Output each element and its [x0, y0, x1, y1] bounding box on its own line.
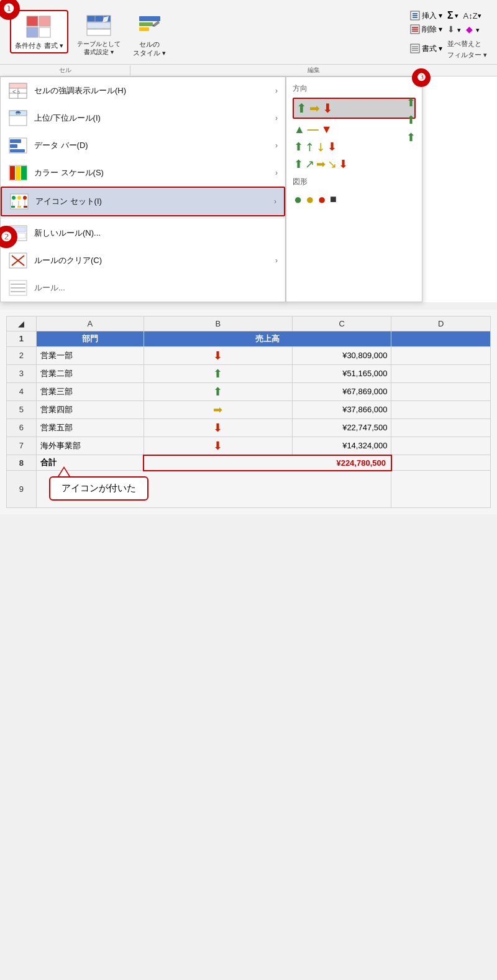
- arrow-down-icon-2: ⬇: [327, 140, 337, 154]
- circle-green-icon: ●: [294, 192, 302, 208]
- svg-rect-8: [87, 29, 111, 35]
- arrow-down-icon-3: ⬇: [339, 157, 348, 171]
- menu-item-data-bar[interactable]: データ バー(D) ›: [1, 132, 285, 159]
- cell-sales-7[interactable]: ¥14,324,000: [292, 437, 391, 455]
- minus-icon: —: [308, 123, 319, 136]
- icon-set-arrow: ›: [274, 197, 276, 206]
- callout-cell: アイコンが付いた: [36, 471, 391, 508]
- down-red-icon-2: ⬇: [213, 349, 222, 362]
- table-format-icon: [84, 12, 114, 39]
- row-num-4: 4: [7, 382, 37, 400]
- badge-3: ❸: [412, 68, 431, 87]
- cell-icon-7: ⬇: [144, 437, 292, 455]
- cell-dept-2[interactable]: 営業一部: [36, 346, 144, 364]
- cell-icon-4: ⬆: [144, 382, 292, 400]
- svg-rect-2: [27, 27, 38, 37]
- cell-dept-4[interactable]: 営業三部: [36, 382, 144, 400]
- fill-down-button[interactable]: ⬇ ▾: [447, 24, 461, 35]
- table-format-label: テーブルとして書式設定 ▾: [77, 40, 121, 56]
- arrow-down-icon-1: ⬇: [322, 101, 333, 116]
- triangle-down-icon: ▼: [321, 123, 332, 136]
- header-sales: 売上高: [144, 331, 391, 346]
- row-num-8: 8: [7, 455, 37, 471]
- menu-item-clear-rule[interactable]: ルールのクリア(C) ›: [1, 247, 285, 274]
- menu-item-cell-highlight[interactable]: < 5 セルの強調表示ルール(H) ›: [1, 77, 285, 104]
- table-row: 2 営業一部 ⬇ ¥30,809,000: [7, 346, 491, 364]
- header-dept: 部門: [36, 331, 144, 346]
- insert-label: 挿入 ▾: [422, 11, 442, 21]
- conditional-format-button[interactable]: 条件付き 書式 ▾: [10, 10, 68, 53]
- submenu-row-4[interactable]: ⬆ ↗ ➡ ↘ ⬇: [293, 155, 416, 173]
- sort-filter-button[interactable]: 並べ替えとフィルター ▾: [447, 37, 487, 60]
- clear-button[interactable]: ◆ ▾: [466, 24, 479, 35]
- top-bottom-arrow: ›: [275, 114, 278, 122]
- svg-rect-45: [10, 166, 15, 180]
- sum-button[interactable]: Σ ▾: [447, 10, 458, 21]
- submenu-shape-row[interactable]: ● ● ● ■: [293, 190, 416, 210]
- menu-item-top-bottom[interactable]: 10 上位/下位ルール(I) ›: [1, 104, 285, 132]
- cell-empty-3: [391, 364, 491, 382]
- insert-button[interactable]: 挿入 ▾: [410, 11, 442, 21]
- svg-rect-29: [9, 83, 27, 88]
- format-button[interactable]: 書式 ▾: [410, 44, 442, 54]
- svg-point-50: [17, 196, 21, 200]
- menu-item-icon-set[interactable]: アイコン セット(I) ›: [1, 187, 285, 216]
- svg-text:5: 5: [17, 90, 21, 95]
- clear-rule-label: ルールのクリア(C): [34, 255, 269, 266]
- manage-rule-label: ルール...: [34, 282, 278, 294]
- cell-sales-6[interactable]: ¥22,747,500: [292, 418, 391, 437]
- cell-icon-6: ⬇: [144, 418, 292, 437]
- section-edit-label: 編集: [130, 65, 497, 75]
- cell-dept-3[interactable]: 営業二部: [36, 364, 144, 382]
- cell-sales-5[interactable]: ¥37,866,000: [292, 400, 391, 418]
- cell-icon-3: ⬆: [144, 364, 292, 382]
- cell-sales-2[interactable]: ¥30,809,000: [292, 346, 391, 364]
- table-row: 5 営業四部 ➡ ¥37,866,000: [7, 400, 491, 418]
- data-bar-icon: [8, 137, 28, 154]
- table-format-button[interactable]: テーブルとして書式設定 ▾: [73, 10, 124, 58]
- menu-item-new-rule[interactable]: 新しいルール(N)...: [1, 220, 285, 247]
- arrow-se-icon-1: ↘: [312, 139, 329, 155]
- cell-sales-3[interactable]: ¥51,165,000: [292, 364, 391, 382]
- submenu-row-3[interactable]: ⬆ ↗ ↘ ⬇: [293, 138, 416, 155]
- callout-arrow-inner: [59, 468, 69, 476]
- down-red-icon-6: ⬇: [213, 422, 222, 434]
- svg-rect-7: [87, 22, 111, 29]
- table-row: 4 営業三部 ⬆ ¥67,869,000: [7, 382, 491, 400]
- svg-rect-57: [24, 206, 27, 208]
- icon-set-label: アイコン セット(I): [35, 196, 268, 207]
- clear-rule-arrow: ›: [275, 256, 278, 265]
- side-arrow-up-1: ⬆: [406, 96, 416, 109]
- submenu-row-2[interactable]: ▲ — ▼: [293, 121, 416, 138]
- svg-marker-14: [153, 21, 160, 27]
- cell-dept-7[interactable]: 海外事業部: [36, 437, 144, 455]
- cell-sales-4[interactable]: ¥67,869,000: [292, 382, 391, 400]
- sort-button[interactable]: A↕Z ▾: [463, 11, 481, 21]
- top-section: ❶ 条件付き 書式 ▾: [0, 0, 497, 302]
- cell-empty-8: [391, 455, 491, 471]
- cell-dept-5[interactable]: 営業四部: [36, 400, 144, 418]
- side-arrow-up-2: ⬆: [406, 113, 416, 127]
- submenu-row-1-highlighted[interactable]: ⬆ ➡ ⬇: [293, 98, 416, 119]
- cell-dept-8: 合計: [36, 455, 144, 471]
- top-bottom-icon: 10: [8, 109, 28, 127]
- arrow-up-icon-1: ⬆: [296, 101, 307, 116]
- cell-empty-4: [391, 382, 491, 400]
- arrow-up-icon-3: ⬆: [294, 157, 303, 171]
- svg-rect-42: [10, 144, 17, 148]
- table-row: 3 営業二部 ⬆ ¥51,165,000: [7, 364, 491, 382]
- direction-label: 方向: [293, 83, 416, 98]
- svg-rect-12: [139, 22, 153, 26]
- cell-empty-2: [391, 346, 491, 364]
- shape-label: 図形: [293, 173, 416, 190]
- format-label: 書式 ▾: [422, 44, 442, 54]
- cell-dept-6[interactable]: 営業五部: [36, 418, 144, 437]
- callout-box: アイコンが付いた: [49, 476, 148, 501]
- cell-icon-5: ➡: [144, 400, 292, 418]
- menu-item-manage-rule[interactable]: ルール...: [1, 274, 285, 302]
- cell-empty-7: [391, 437, 491, 455]
- cell-style-button[interactable]: セルのスタイル ▾: [129, 10, 170, 60]
- delete-label: 削除 ▾: [422, 24, 442, 35]
- menu-item-color-scale[interactable]: カラー スケール(S) ›: [1, 159, 285, 187]
- delete-button[interactable]: 削除 ▾: [410, 24, 442, 35]
